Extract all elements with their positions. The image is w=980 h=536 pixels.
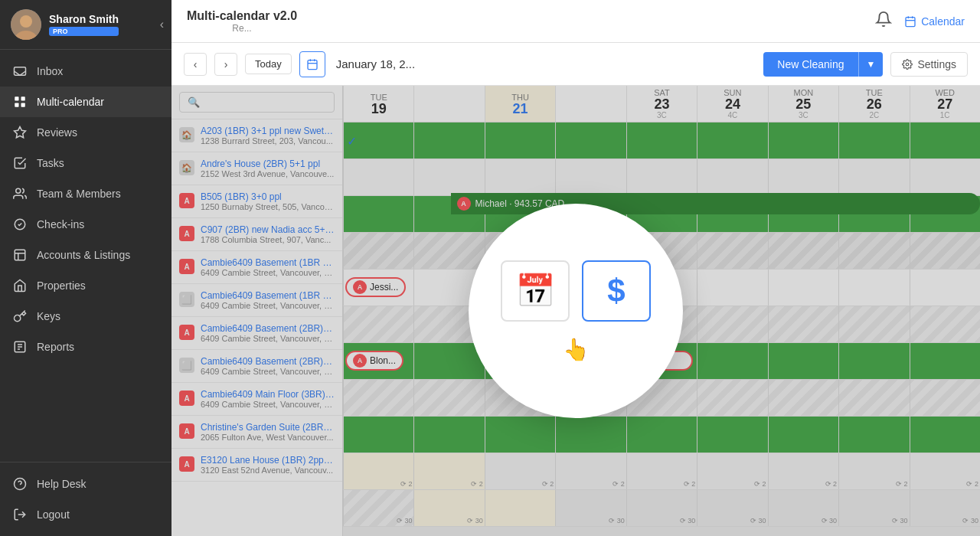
avatar — [11, 9, 41, 40]
new-cleaning-button[interactable]: New Cleaning — [763, 52, 858, 77]
sidebar-item-tasks[interactable]: Tasks — [0, 148, 172, 178]
sidebar-label-reports: Reports — [37, 341, 74, 353]
logout-icon — [12, 507, 28, 522]
sidebar-label-checkins: Check-ins — [37, 218, 84, 230]
sidebar-item-multi-calendar[interactable]: Multi-calendar — [0, 87, 172, 117]
calendar-toolbar: ‹ › Today January 18, 2... New Cleaning … — [172, 43, 980, 86]
main-content: Multi-calendar v2.0 Re... Calendar ‹ › T… — [172, 0, 980, 536]
svg-point-1 — [20, 15, 32, 28]
property-icon — [12, 278, 28, 293]
checkin-icon — [12, 217, 28, 232]
user-info: Sharon Smith PRO — [49, 13, 119, 36]
sidebar-label-keys: Keys — [37, 310, 60, 322]
calendar-view-button[interactable]: Calendar — [904, 15, 965, 28]
today-button[interactable]: Today — [245, 54, 292, 74]
sidebar-nav: Inbox Multi-calendar Reviews Tasks — [0, 50, 172, 462]
sidebar-label-reviews: Reviews — [37, 126, 77, 139]
svg-rect-22 — [308, 60, 317, 69]
topbar: Multi-calendar v2.0 Re... Calendar — [172, 0, 980, 43]
overlay-button-group: 📅 $ — [501, 260, 651, 322]
sidebar: Sharon Smith PRO ‹ Inbox Multi-calendar … — [0, 0, 172, 536]
help-icon — [12, 476, 28, 492]
key-icon — [12, 309, 28, 324]
star-icon — [12, 125, 28, 140]
svg-marker-8 — [15, 127, 26, 138]
topbar-title-area: Multi-calendar v2.0 Re... — [187, 9, 297, 34]
sidebar-label-team: Team & Members — [37, 188, 121, 200]
sidebar-item-checkins[interactable]: Check-ins — [0, 209, 172, 240]
sidebar-item-team[interactable]: Team & Members — [0, 178, 172, 209]
new-cleaning-dropdown-button[interactable]: ▼ — [858, 52, 884, 77]
new-cleaning-group: New Cleaning ▼ — [763, 52, 883, 77]
settings-label: Settings — [917, 58, 956, 70]
money-icon: $ — [607, 273, 625, 309]
team-icon — [12, 186, 28, 201]
topbar-right: Calendar — [875, 11, 965, 31]
inbox-icon — [12, 64, 28, 79]
topbar-title: Multi-calendar v2.0 — [187, 9, 297, 23]
sidebar-label-properties: Properties — [37, 279, 86, 292]
overlay-popup: 📅 $ 👆 — [469, 204, 683, 418]
sidebar-label-tasks: Tasks — [37, 157, 64, 169]
calendar-view-toggle-button[interactable]: 📅 — [501, 260, 570, 322]
svg-rect-4 — [15, 96, 18, 100]
user-profile[interactable]: Sharon Smith PRO ‹ — [0, 0, 172, 50]
svg-rect-3 — [15, 67, 26, 76]
prev-arrow-button[interactable]: ‹ — [184, 53, 207, 76]
calendar-grid-icon: 📅 — [515, 272, 555, 309]
sidebar-item-logout[interactable]: Logout — [0, 499, 172, 530]
date-label: January 18, 2... — [336, 57, 415, 70]
task-icon — [12, 155, 28, 171]
sidebar-item-reports[interactable]: Reports — [0, 332, 172, 362]
sidebar-label-accounts: Accounts & Listings — [37, 249, 130, 261]
sidebar-label-multi-calendar: Multi-calendar — [37, 96, 104, 108]
sidebar-item-helpdesk[interactable]: Help Desk — [0, 469, 172, 499]
sidebar-bottom: Help Desk Logout — [0, 462, 172, 536]
svg-point-9 — [16, 188, 21, 193]
overlay-backdrop[interactable]: 📅 $ 👆 — [172, 86, 980, 536]
sidebar-item-reviews[interactable]: Reviews — [0, 117, 172, 148]
collapse-icon[interactable]: ‹ — [160, 18, 164, 31]
listing-icon — [12, 247, 28, 263]
topbar-subtitle: Re... — [232, 23, 251, 34]
svg-rect-10 — [15, 250, 25, 260]
next-arrow-button[interactable]: › — [214, 53, 237, 76]
notification-bell-button[interactable] — [875, 11, 892, 31]
sidebar-item-accounts[interactable]: Accounts & Listings — [0, 240, 172, 270]
svg-rect-5 — [21, 96, 25, 100]
sidebar-label-logout: Logout — [37, 508, 70, 521]
user-badge: PRO — [49, 27, 119, 36]
svg-rect-18 — [906, 17, 915, 26]
report-icon — [12, 339, 28, 355]
calendar-btn-label: Calendar — [921, 15, 965, 28]
money-view-toggle-button[interactable]: $ — [582, 260, 651, 322]
sidebar-item-properties[interactable]: Properties — [0, 270, 172, 301]
sidebar-item-keys[interactable]: Keys — [0, 301, 172, 332]
settings-button[interactable]: Settings — [890, 52, 968, 77]
sidebar-item-inbox[interactable]: Inbox — [0, 56, 172, 87]
sidebar-label-helpdesk: Help Desk — [37, 478, 87, 490]
cursor-indicator: 👆 — [563, 337, 590, 362]
svg-point-26 — [906, 63, 910, 66]
svg-rect-7 — [21, 103, 25, 107]
calendar-grid-icon — [12, 94, 28, 109]
content-area: 🏠 A203 (1BR) 3+1 ppl new Sweta acc 1238 … — [172, 86, 980, 536]
user-name: Sharon Smith — [49, 13, 119, 25]
sidebar-label-inbox: Inbox — [37, 65, 63, 77]
calendar-icon-button[interactable] — [299, 51, 325, 77]
svg-rect-6 — [15, 103, 18, 107]
